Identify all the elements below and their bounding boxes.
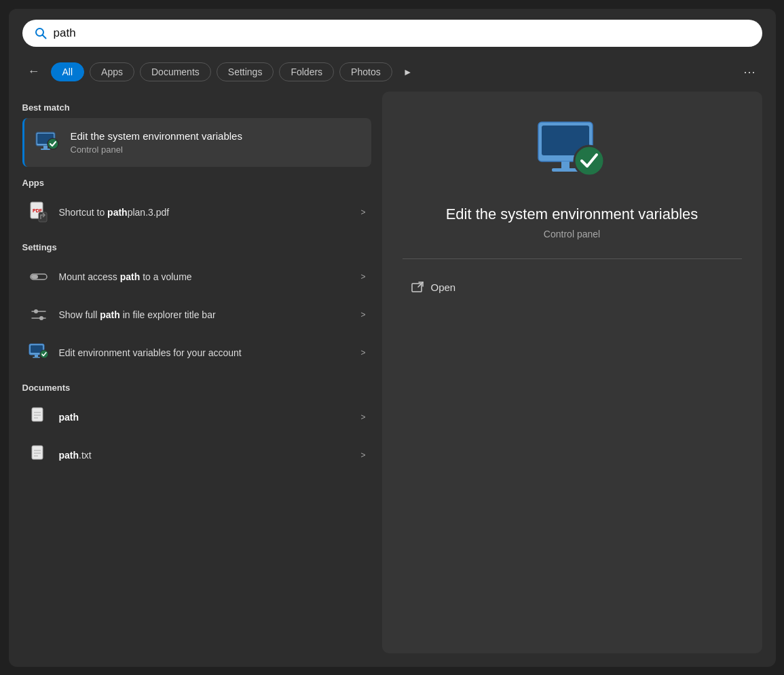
svg-rect-36	[561, 161, 570, 168]
svg-line-40	[418, 282, 423, 287]
search-bar	[22, 20, 762, 47]
sliders-icon	[28, 304, 50, 326]
right-panel-icon	[531, 119, 613, 189]
tab-apps[interactable]: Apps	[90, 62, 134, 81]
open-button[interactable]: Open	[403, 275, 464, 300]
back-button[interactable]: ←	[22, 62, 45, 81]
best-match-label: Best match	[22, 102, 371, 113]
tab-folders[interactable]: Folders	[279, 62, 334, 81]
monitor-small-icon	[28, 342, 50, 364]
chevron-icon-2: >	[360, 310, 365, 320]
open-label: Open	[431, 282, 456, 293]
best-match-item[interactable]: Edit the system environment variables Co…	[22, 118, 371, 167]
main-content: Best match	[9, 92, 776, 667]
right-panel-title: Edit the system environment variables	[446, 206, 698, 223]
best-match-title: Edit the system environment variables	[71, 130, 362, 143]
search-window: ← All Apps Documents Settings Folders Ph…	[9, 9, 776, 667]
list-item-apps-0[interactable]: PDF Shortcut to pathplan.3.pdf >	[22, 193, 371, 231]
svg-rect-23	[32, 408, 43, 421]
volume-icon	[28, 266, 50, 288]
list-item-settings-1[interactable]: Show full path in file explorer title ba…	[22, 296, 371, 334]
settings-label: Settings	[22, 242, 371, 252]
open-icon	[411, 281, 424, 294]
best-match-text: Edit the system environment variables Co…	[71, 130, 362, 155]
document-icon-1	[28, 444, 50, 466]
best-match-subtitle: Control panel	[71, 144, 362, 155]
chevron-icon-4: >	[360, 412, 365, 422]
svg-rect-13	[31, 275, 38, 279]
svg-rect-6	[41, 149, 50, 150]
settings-item-0-text: Mount access path to a volume	[59, 271, 352, 282]
filter-tabs: ← All Apps Documents Settings Folders Ph…	[9, 58, 776, 92]
svg-rect-28	[32, 446, 43, 459]
svg-point-15	[34, 309, 38, 313]
next-button[interactable]: ►	[398, 64, 418, 80]
search-input[interactable]	[54, 26, 750, 40]
list-item-docs-1[interactable]: path.txt >	[22, 436, 371, 474]
tab-photos[interactable]: Photos	[339, 62, 392, 81]
left-panel: Best match	[22, 92, 382, 653]
svg-rect-5	[43, 146, 48, 149]
more-options-button[interactable]: ⋯	[738, 62, 762, 82]
settings-item-2-text: Edit environment variables for your acco…	[59, 347, 352, 358]
search-icon	[35, 27, 47, 39]
svg-point-17	[39, 316, 43, 320]
documents-label: Documents	[22, 383, 371, 393]
svg-point-22	[40, 350, 48, 358]
chevron-icon-5: >	[360, 450, 365, 460]
search-bar-container	[9, 9, 776, 58]
tab-documents[interactable]: Documents	[140, 62, 211, 81]
right-panel-divider	[403, 258, 742, 259]
svg-rect-20	[35, 355, 38, 357]
docs-item-0-text: path	[59, 412, 352, 423]
svg-line-1	[42, 35, 45, 38]
docs-item-1-text: path.txt	[59, 450, 352, 461]
settings-item-1-text: Show full path in file explorer title ba…	[59, 309, 352, 320]
chevron-icon-3: >	[360, 348, 365, 358]
right-panel-subtitle: Control panel	[544, 229, 600, 239]
chevron-icon-0: >	[360, 208, 365, 217]
svg-rect-37	[552, 168, 579, 172]
apps-item-0-text: Shortcut to pathplan.3.pdf	[59, 207, 352, 218]
svg-point-38	[574, 146, 604, 176]
tab-all[interactable]: All	[51, 62, 85, 81]
right-panel: Edit the system environment variables Co…	[382, 92, 762, 653]
chevron-icon-1: >	[360, 272, 365, 282]
svg-rect-21	[33, 357, 40, 358]
tab-settings[interactable]: Settings	[217, 62, 274, 81]
list-item-settings-0[interactable]: Mount access path to a volume >	[22, 258, 371, 296]
best-match-icon	[34, 129, 61, 156]
apps-label: Apps	[22, 178, 371, 188]
svg-point-7	[48, 138, 58, 149]
list-item-docs-0[interactable]: path >	[22, 398, 371, 436]
shortcut-pdf-icon: PDF	[28, 201, 50, 223]
list-item-settings-2[interactable]: Edit environment variables for your acco…	[22, 334, 371, 372]
document-icon-0	[28, 406, 50, 428]
